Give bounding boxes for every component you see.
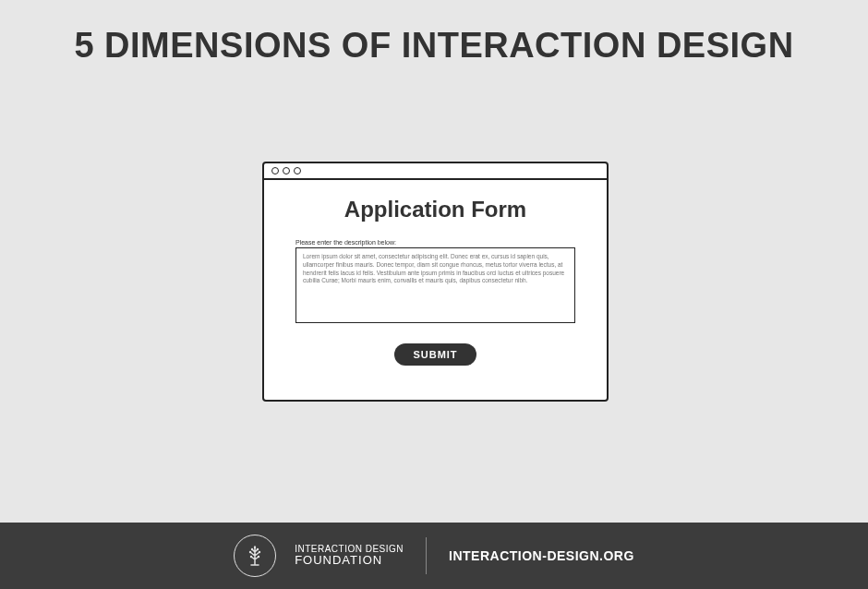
window-control-icon	[283, 167, 290, 174]
browser-window: Application Form Please enter the descri…	[262, 162, 609, 402]
form-area: Application Form Please enter the descri…	[264, 180, 607, 366]
description-label: Please enter the description below:	[295, 239, 575, 246]
svg-point-3	[257, 548, 259, 550]
logo-badge	[234, 535, 276, 577]
footer-url: INTERACTION-DESIGN.ORG	[449, 548, 634, 563]
window-titlebar	[264, 163, 607, 180]
submit-button[interactable]: SUBMIT	[394, 343, 476, 366]
svg-point-6	[258, 556, 259, 558]
description-textarea[interactable]: Lorem ipsum dolor sit amet, consectetur …	[295, 247, 575, 323]
page-title: 5 DIMENSIONS OF INTERACTION DESIGN	[0, 0, 868, 66]
svg-point-0	[249, 551, 251, 553]
window-control-icon	[294, 167, 301, 174]
logo-text: INTERACTION DESIGN FOUNDATION	[295, 545, 404, 567]
footer-divider	[426, 537, 427, 574]
form-title: Application Form	[295, 197, 575, 222]
svg-point-4	[254, 547, 256, 548]
footer: INTERACTION DESIGN FOUNDATION INTERACTIO…	[0, 523, 868, 589]
tree-icon	[244, 545, 266, 567]
svg-point-1	[259, 551, 260, 553]
svg-point-2	[251, 548, 253, 550]
svg-point-5	[250, 556, 252, 558]
window-control-icon	[271, 167, 279, 174]
org-name-line2: FOUNDATION	[295, 554, 404, 567]
